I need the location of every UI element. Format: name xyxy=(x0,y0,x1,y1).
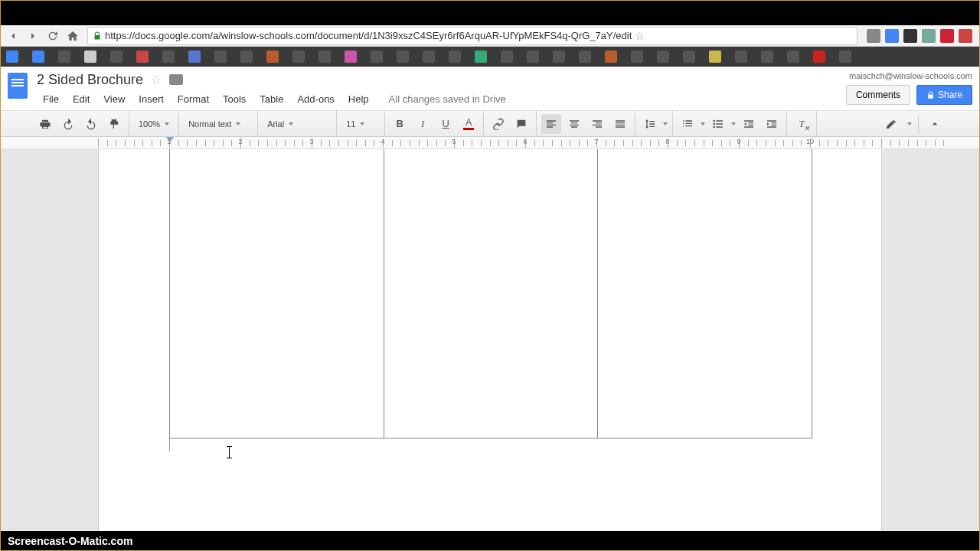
paint-format-button[interactable] xyxy=(104,114,124,134)
bookmark-item[interactable] xyxy=(553,51,565,63)
document-title[interactable]: 2 Sided Brochure xyxy=(37,72,143,88)
increase-indent-button[interactable] xyxy=(762,114,782,134)
bookmark-star-icon[interactable]: ☆ xyxy=(635,30,645,42)
font-size-dropdown[interactable]: 11 xyxy=(341,114,380,134)
font-dropdown[interactable]: Arial xyxy=(263,114,332,134)
menu-tools[interactable]: Tools xyxy=(217,91,252,107)
zoom-dropdown[interactable]: 100% xyxy=(134,114,174,134)
horizontal-ruler[interactable]: 12345678910 xyxy=(0,137,980,149)
bookmark-item[interactable] xyxy=(188,51,201,63)
document-page[interactable] xyxy=(98,149,882,531)
save-status: All changes saved in Drive xyxy=(389,93,506,105)
bookmark-item[interactable] xyxy=(162,51,175,63)
bookmark-item[interactable] xyxy=(397,51,409,63)
bookmark-item[interactable] xyxy=(136,51,149,63)
bookmark-item[interactable] xyxy=(214,51,227,63)
decrease-indent-button[interactable] xyxy=(739,114,759,134)
bookmark-item[interactable] xyxy=(292,51,305,63)
table-cell[interactable] xyxy=(170,149,384,438)
bookmark-item[interactable] xyxy=(605,51,617,63)
bookmark-item[interactable] xyxy=(631,51,643,63)
extension-icon[interactable] xyxy=(885,29,899,43)
align-justify-button[interactable] xyxy=(610,114,630,134)
extension-icon[interactable] xyxy=(940,29,954,43)
menu-help[interactable]: Help xyxy=(342,91,375,107)
align-left-button[interactable] xyxy=(541,114,561,134)
menu-table[interactable]: Table xyxy=(253,91,289,107)
bookmark-item[interactable] xyxy=(839,51,851,63)
star-icon[interactable]: ☆ xyxy=(151,73,162,87)
bookmark-item[interactable] xyxy=(6,51,18,63)
line-spacing-button[interactable] xyxy=(640,114,660,134)
bookmark-item[interactable] xyxy=(423,51,435,63)
bookmark-item[interactable] xyxy=(32,51,44,63)
bookmark-item[interactable] xyxy=(371,51,383,63)
share-button[interactable]: Share xyxy=(916,85,972,105)
brochure-table[interactable] xyxy=(169,149,812,439)
url-text: https://docs.google.com/a/winslow-school… xyxy=(105,30,632,41)
svg-point-0 xyxy=(713,119,715,122)
align-center-button[interactable] xyxy=(564,114,584,134)
menu-edit[interactable]: Edit xyxy=(67,91,96,107)
link-button[interactable] xyxy=(488,114,508,134)
table-cell[interactable] xyxy=(598,149,812,438)
folder-icon[interactable] xyxy=(169,74,183,85)
bookmark-item[interactable] xyxy=(318,51,331,63)
extension-icon[interactable] xyxy=(922,29,936,43)
menu-format[interactable]: Format xyxy=(172,91,215,107)
menu-addons[interactable]: Add-ons xyxy=(291,91,340,107)
table-cell[interactable] xyxy=(384,149,599,438)
bookmark-item[interactable] xyxy=(579,51,591,63)
bookmark-item[interactable] xyxy=(449,51,461,63)
bookmark-item[interactable] xyxy=(787,51,799,63)
bookmark-item[interactable] xyxy=(475,51,487,63)
numbered-list-button[interactable] xyxy=(678,114,697,134)
bookmark-item[interactable] xyxy=(266,51,279,63)
docs-logo-icon[interactable] xyxy=(8,73,28,99)
document-canvas[interactable] xyxy=(0,149,980,531)
bookmark-item[interactable] xyxy=(58,51,70,63)
bookmark-item[interactable] xyxy=(683,51,695,63)
menu-view[interactable]: View xyxy=(97,91,131,107)
style-dropdown[interactable]: Normal text xyxy=(184,114,253,134)
bookmark-item[interactable] xyxy=(761,51,773,63)
bulleted-list-button[interactable] xyxy=(708,114,728,134)
text-cursor-icon xyxy=(229,446,230,458)
comment-button[interactable] xyxy=(511,114,531,134)
extension-icons xyxy=(864,29,975,43)
bookmark-item[interactable] xyxy=(345,51,357,63)
bookmark-item[interactable] xyxy=(813,51,825,63)
bookmark-item[interactable] xyxy=(709,51,721,63)
comments-button[interactable]: Comments xyxy=(846,85,910,105)
extension-icon[interactable] xyxy=(959,29,972,43)
bold-button[interactable]: B xyxy=(390,114,410,134)
back-button[interactable] xyxy=(5,28,21,44)
extension-icon[interactable] xyxy=(903,29,917,43)
bookmark-item[interactable] xyxy=(657,51,669,63)
redo-button[interactable] xyxy=(81,114,101,134)
collapse-toolbar-button[interactable] xyxy=(925,114,945,134)
bookmark-item[interactable] xyxy=(527,51,539,63)
bookmark-item[interactable] xyxy=(84,51,96,63)
undo-button[interactable] xyxy=(58,114,78,134)
user-email[interactable]: maischch@winslow-schools.com xyxy=(849,71,972,80)
underline-button[interactable]: U xyxy=(436,114,456,134)
align-right-button[interactable] xyxy=(587,114,607,134)
print-button[interactable] xyxy=(35,114,55,134)
url-bar[interactable]: https://docs.google.com/a/winslow-school… xyxy=(87,27,858,45)
clear-formatting-button[interactable]: T✕ xyxy=(792,114,812,134)
italic-button[interactable]: I xyxy=(413,114,433,134)
extension-icon[interactable] xyxy=(867,29,880,43)
lock-icon xyxy=(93,31,102,41)
bookmark-item[interactable] xyxy=(110,51,122,63)
forward-button[interactable] xyxy=(24,28,41,44)
home-button[interactable] xyxy=(64,28,81,44)
menu-file[interactable]: File xyxy=(37,91,65,107)
editing-mode-button[interactable] xyxy=(881,114,901,134)
bookmark-item[interactable] xyxy=(735,51,747,63)
bookmark-item[interactable] xyxy=(240,51,253,63)
text-color-button[interactable]: A xyxy=(459,114,479,134)
menu-insert[interactable]: Insert xyxy=(132,91,170,107)
reload-button[interactable] xyxy=(44,28,61,44)
bookmark-item[interactable] xyxy=(501,51,513,63)
